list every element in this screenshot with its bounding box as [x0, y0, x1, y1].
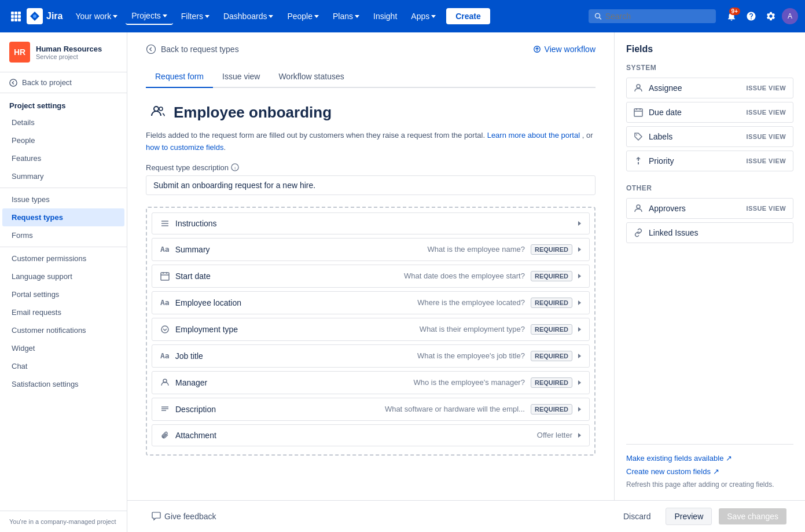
rp-field-name-priority: Priority — [649, 156, 740, 166]
rp-field-due-date[interactable]: Due date ISSUE VIEW — [626, 102, 793, 123]
help-button[interactable] — [742, 8, 760, 25]
person-circle-icon-approvers — [634, 204, 643, 213]
text-icon-job-title: Aa — [160, 351, 170, 360]
logo[interactable]: Jira — [27, 8, 63, 24]
sidebar-item-satisfaction-settings[interactable]: Satisfaction settings — [2, 375, 124, 393]
svg-rect-4 — [14, 15, 17, 18]
sidebar-item-customer-permissions[interactable]: Customer permissions — [2, 250, 124, 267]
tab-request-form[interactable]: Request form — [146, 66, 213, 88]
sidebar-item-widget[interactable]: Widget — [2, 339, 124, 357]
notifications-badge: 9+ — [729, 8, 740, 15]
nav-apps[interactable]: Apps — [405, 8, 442, 24]
field-row-manager[interactable]: Manager Who is the employee's manager? R… — [152, 371, 590, 394]
nav-dashboards[interactable]: Dashboards — [218, 8, 280, 24]
rp-field-linked-issues[interactable]: Linked Issues — [626, 222, 793, 243]
back-to-project[interactable]: Back to project — [0, 72, 127, 93]
workflow-icon — [533, 45, 541, 53]
nav-filters[interactable]: Filters — [175, 8, 215, 24]
rp-field-assignee[interactable]: Assignee ISSUE VIEW — [626, 78, 793, 98]
svg-point-32 — [637, 85, 640, 88]
menu-icon — [160, 219, 170, 228]
field-row-employee-location[interactable]: Aa Employee location Where is the employ… — [152, 291, 590, 314]
chevron-start-date — [578, 274, 581, 278]
svg-point-13 — [147, 45, 156, 54]
req-desc-label: Request type description — [146, 163, 229, 172]
nav-plans[interactable]: Plans — [327, 8, 365, 24]
learn-more-link[interactable]: Learn more about the portal — [487, 131, 580, 140]
nav-people[interactable]: People — [281, 8, 325, 24]
project-settings-label: Project settings — [0, 93, 127, 113]
back-arrow-icon — [146, 44, 156, 54]
preview-button[interactable]: Preview — [666, 508, 712, 525]
sidebar-item-forms[interactable]: Forms — [2, 226, 124, 244]
rp-field-name-linked-issues: Linked Issues — [649, 228, 786, 237]
chevron-employment — [578, 327, 581, 332]
topnav: Jira Your work Projects Filters Dashboar… — [0, 0, 805, 32]
svg-rect-6 — [11, 19, 14, 21]
feedback-button[interactable]: Give feedback — [146, 508, 222, 524]
create-button[interactable]: Create — [446, 8, 490, 24]
settings-button[interactable] — [762, 8, 780, 25]
back-to-request-types[interactable]: Back to request types — [146, 44, 239, 54]
required-badge-manager: REQUIRED — [531, 377, 572, 388]
search-box[interactable] — [589, 9, 716, 23]
nav-insight[interactable]: Insight — [367, 8, 403, 24]
rp-field-name-due-date: Due date — [649, 108, 740, 117]
rp-field-name-assignee: Assignee — [649, 83, 740, 93]
save-button[interactable]: Save changes — [719, 508, 786, 524]
bottom-bar: Give feedback Discard Preview Save chang… — [127, 500, 805, 532]
tab-issue-view[interactable]: Issue view — [213, 66, 269, 88]
rp-field-priority[interactable]: Priority ISSUE VIEW — [626, 151, 793, 171]
sidebar-item-customer-notifications[interactable]: Customer notifications — [2, 321, 124, 339]
field-row-job-title[interactable]: Aa Job title What is the employee's job … — [152, 344, 590, 368]
required-badge-description: REQUIRED — [531, 404, 572, 414]
field-row-attachment[interactable]: Attachment Offer letter — [152, 424, 590, 446]
project-icon: HR — [9, 42, 30, 63]
create-custom-fields-link[interactable]: Create new custom fields ↗ — [626, 467, 793, 476]
sidebar-item-request-types[interactable]: Request types — [2, 208, 124, 226]
sidebar-item-language-support[interactable]: Language support — [2, 267, 124, 285]
rp-field-labels[interactable]: Labels ISSUE VIEW — [626, 126, 793, 147]
sidebar-item-portal-settings[interactable]: Portal settings — [2, 285, 124, 303]
sidebar-item-details[interactable]: Details — [2, 113, 124, 131]
required-badge-location: REQUIRED — [531, 298, 572, 308]
notifications-button[interactable]: 9+ — [723, 8, 740, 25]
view-workflow-link[interactable]: View workflow — [533, 45, 596, 54]
search-input[interactable] — [605, 12, 710, 21]
rp-field-badge-assignee: ISSUE VIEW — [746, 85, 786, 91]
sidebar-item-summary[interactable]: Summary — [2, 167, 124, 185]
apps-grid-button[interactable] — [7, 8, 24, 25]
avatar[interactable]: A — [782, 8, 798, 24]
svg-point-17 — [159, 107, 163, 111]
chevron-location — [578, 300, 581, 305]
nav-projects[interactable]: Projects — [126, 8, 173, 25]
field-row-instructions[interactable]: Instructions — [152, 212, 590, 234]
svg-rect-23 — [161, 273, 169, 280]
sidebar-item-email-requests[interactable]: Email requests — [2, 303, 124, 321]
make-fields-available-link[interactable]: Make existing fields available ↗ — [626, 454, 793, 463]
tab-workflow-statuses[interactable]: Workflow statuses — [269, 66, 353, 88]
required-badge-summary: REQUIRED — [531, 244, 572, 255]
text-icon-location: Aa — [160, 298, 170, 307]
page-description: Fields added to the request form are fil… — [146, 130, 596, 154]
info-icon: i — [231, 163, 239, 171]
discard-button[interactable]: Discard — [615, 508, 659, 524]
field-row-start-date[interactable]: Start date What date does the employee s… — [152, 265, 590, 288]
sidebar-item-chat[interactable]: Chat — [2, 357, 124, 375]
other-label: Other — [626, 184, 793, 192]
field-row-employment-type[interactable]: Employment type What is their employment… — [152, 318, 590, 341]
rp-field-badge-priority: ISSUE VIEW — [746, 157, 786, 164]
sidebar-item-people[interactable]: People — [2, 131, 124, 149]
rp-field-name-labels: Labels — [649, 132, 740, 141]
rp-field-approvers[interactable]: Approvers ISSUE VIEW — [626, 198, 793, 219]
req-desc-input[interactable] — [146, 175, 596, 195]
svg-rect-8 — [18, 19, 21, 21]
field-row-summary[interactable]: Aa Summary What is the employee name? RE… — [152, 238, 590, 261]
sidebar-item-features[interactable]: Features — [2, 149, 124, 167]
sidebar-item-issue-types[interactable]: Issue types — [2, 190, 124, 208]
field-row-description[interactable]: Description What software or hardware wi… — [152, 398, 590, 421]
rp-field-name-approvers: Approvers — [649, 204, 740, 213]
nav-your-work[interactable]: Your work — [69, 8, 123, 24]
calendar-icon — [160, 271, 170, 281]
customize-fields-link[interactable]: how to customize fields — [146, 143, 223, 152]
